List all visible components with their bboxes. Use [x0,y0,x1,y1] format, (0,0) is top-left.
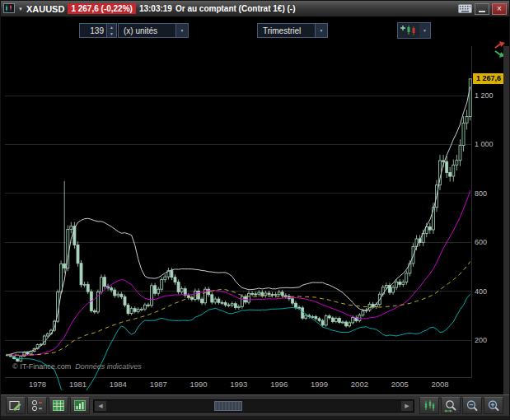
candle-up [60,264,63,292]
minimize-button[interactable] [475,3,489,15]
price-chart-canvas[interactable]: 1978198119841987199019931996199920022005… [5,46,472,390]
candle-down [127,306,129,314]
symbol-dropdown-caret-icon[interactable]: ▼ [18,7,23,12]
y-axis-label: 1 000 [475,140,494,148]
horizontal-scrollbar[interactable]: ◀ ▶ [93,399,414,413]
watermark-note: Données indicatives [75,362,142,371]
minimize-icon [479,11,485,12]
candle-down [221,302,223,303]
scroll-left-icon[interactable]: ◀ [95,401,106,411]
scrollbar-thumb[interactable] [214,401,242,411]
candle-down [255,294,257,295]
candle-down [110,288,113,290]
chart-style-button[interactable] [397,22,420,39]
zoom-fit-button[interactable] [441,397,461,414]
chevron-down-icon[interactable]: ▼ [315,24,327,37]
candle-up [101,278,103,292]
candle-up [70,226,73,230]
y-axis[interactable]: 1 267,6 2004006008001 0001 200 [472,46,505,390]
candle-down [295,303,297,307]
close-button[interactable]: × [492,3,507,15]
candle-up [469,79,471,117]
zoom-out-button[interactable] [462,397,482,414]
bars-count-stepper[interactable]: 139 ▲ ▼ [79,23,117,38]
price-change-badge: 1 267,6 (-0,22%) [68,3,136,14]
indicators-icon [30,399,44,412]
symbol-label[interactable]: XAUUSD [26,4,64,14]
candle-down [201,299,204,303]
zoom-in-icon [487,399,501,413]
x-axis-label: 1984 [110,380,127,389]
timeframe-dropdown[interactable]: Trimestriel ▼ [257,23,328,38]
chevron-down-icon[interactable]: ▼ [175,24,188,37]
candle-up [395,282,398,287]
candle-up [405,273,408,282]
candle-up [278,292,280,295]
chart-toolbar: 139 ▲ ▼ (x) unités ▼ Trimestriel ▼ ▼ [1,16,509,46]
candle-down [187,296,189,298]
stepper-up-icon[interactable]: ▲ [107,24,116,30]
candle-up [151,286,153,306]
candle-up [117,294,119,296]
window-bottom-edge [1,416,510,420]
candle-down [211,295,213,302]
candle-down [93,310,96,312]
chart-list-button[interactable] [70,397,90,414]
candle-up [143,305,146,309]
candle-up [157,289,160,293]
candle-up [349,323,351,326]
timeframe-dropdown-value: Trimestriel [263,26,315,35]
y-axis-label: 1 200 [475,91,494,100]
stepper-buttons: ▲ ▼ [106,24,116,37]
price-chart[interactable]: 1978198119841987199019931996199920022005… [5,46,472,390]
candle-up [452,165,455,176]
candle-up [264,293,267,296]
candle-up [214,299,217,302]
candle-down [124,296,126,305]
candle-up [311,317,314,318]
spreadsheet-button[interactable] [49,397,68,414]
x-axis-label: 1987 [150,380,167,389]
instrument-label: Or au comptant (Contrat 1€) (-) [175,4,296,13]
keyboard-icon[interactable] [458,2,472,16]
new-chart-button[interactable] [419,397,439,414]
candle-down [234,304,236,308]
candle-up [462,123,465,145]
candle-down [315,317,317,319]
candle-down [338,319,340,323]
watermark: © IT-Finance.comDonnées indicatives [12,362,142,371]
candle-down [271,295,274,296]
candle-down [449,173,452,177]
chart-style-dropdown-caret[interactable]: ▼ [419,22,431,39]
x-axis-label: 2002 [351,380,368,389]
y-axis-label: 400 [475,287,487,296]
candle-down [16,359,19,362]
stepper-down-icon[interactable]: ▼ [107,30,116,37]
zoom-out-icon [466,399,480,413]
units-dropdown[interactable]: (x) unités ▼ [118,23,189,38]
candle-down [321,320,324,325]
bars-count-value[interactable]: 139 [80,26,106,35]
candle-up [392,287,395,292]
candle-up [258,292,260,294]
spreadsheet-icon [52,399,65,412]
candle-down [292,299,294,303]
candle-down [268,293,270,295]
zoom-in-button[interactable] [484,397,503,414]
candle-up [466,117,468,124]
x-axis-label: 1999 [311,380,328,389]
scroll-right-icon[interactable]: ▶ [401,401,413,411]
candle-up [161,280,163,290]
x-axis-label: 2005 [391,380,409,389]
indicators-button[interactable] [27,397,47,414]
watermark-copyright: © IT-Finance.com [12,362,71,371]
candle-down [251,293,254,294]
candle-up [402,282,405,285]
x-axis-label: 1993 [230,380,247,389]
candle-up [456,161,458,166]
candle-down [177,282,180,292]
candle-up [237,306,240,307]
display-settings-button[interactable] [6,397,26,414]
candle-up [137,310,139,312]
x-axis-label: 2008 [431,380,448,389]
